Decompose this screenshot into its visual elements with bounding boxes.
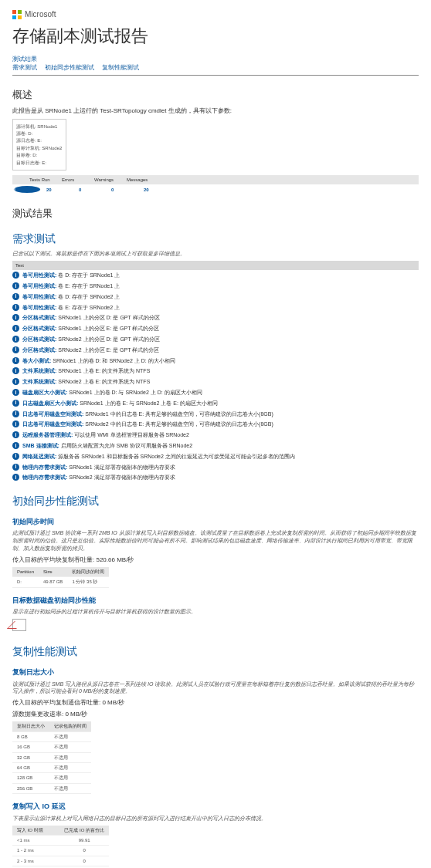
test-desc: SRNode1 上的分区 D: 是 GPT 样式的分区 (58, 315, 159, 320)
test-row: i分区格式测试: SRNode2 上的分区 E: 是 GPT 样式的分区 (12, 345, 419, 356)
table-row: 16 GB不适用 (12, 742, 91, 752)
test-link[interactable]: 卷可用性测试: (22, 305, 56, 310)
test-link[interactable]: 卷可用性测试: (22, 272, 56, 278)
td: 49.87 GB (39, 577, 67, 587)
req-heading: 需求测试 (12, 231, 419, 247)
table-row: 64 GB不适用 (12, 763, 91, 773)
test-link[interactable]: 远程服务器管理测试: (22, 432, 73, 437)
test-row: i分区格式测试: SRNode2 上的分区 D: 是 GPT 样式的分区 (12, 334, 419, 345)
test-link[interactable]: 网络延迟测试: (22, 454, 56, 459)
test-row: i分区格式测试: SRNode1 上的分区 E: 是 GPT 样式的分区 (12, 323, 419, 334)
test-link[interactable]: 文件系统测试: (22, 368, 56, 373)
repl-heading: 复制性能测试 (12, 644, 419, 660)
summary-v: 20 (46, 187, 73, 193)
td: 2 - 3 ms (12, 856, 59, 866)
repl-sub-logsize: 复制日志大小 (12, 667, 419, 677)
test-link[interactable]: 磁盘扇区大小测试: (22, 390, 67, 395)
test-row: i分区格式测试: SRNode1 上的分区 D: 是 GPT 样式的分区 (12, 312, 419, 323)
repl-note-logsize: 该测试预计通过 SMB 写入路径从源日志卷在一系列连续 IO 读取块。此测试人员… (12, 681, 419, 696)
repl-sub-io: 复制写入 IO 延迟 (12, 802, 419, 812)
info-icon: i (12, 357, 19, 364)
nav-link-results[interactable]: 测试结果 (12, 56, 37, 62)
test-desc: 卷 E: 存在于 SRNode1 上 (58, 283, 120, 289)
test-desc: 源服务器 SRNode1 和目标服务器 SRNode2 之间的往返延迟为可接受延… (58, 454, 294, 459)
logsize-table: 复制日志大小 记录包装的时间 8 GB不适用16 GB不适用32 GB不适用64… (12, 721, 91, 794)
summary-h: Warnings (94, 177, 120, 183)
summary-table: Tests Run Errors Warnings Messages i 20 … (12, 175, 419, 194)
test-link[interactable]: 物理内存需求测试: (22, 475, 67, 480)
info-icon: i (12, 410, 19, 417)
info-icon: i (12, 400, 19, 407)
info-icon: i (12, 272, 19, 279)
test-link[interactable]: 日志磁盘扇区大小测试: (22, 400, 78, 406)
test-row: i卷可用性测试: 卷 E: 存在于 SRNode1 上 (12, 281, 419, 292)
req-note: 已尝试以下测试。将鼠标悬停在下面的各项测试上可获取更多详细信息。 (12, 250, 419, 258)
td: 不适用 (49, 783, 91, 793)
test-link[interactable]: SMB 连接测试: (22, 443, 59, 448)
params-box: 源计算机: SRNode1 源卷: D: 源日志卷: E: 目标计算机: SRN… (12, 119, 66, 171)
info-icon: i (12, 282, 19, 289)
test-row: i磁盘扇区大小测试: SRNode1 上的卷 D: 与 SRNode2 上 D:… (12, 387, 419, 398)
table-row: 1 - 2 ms0 (12, 846, 109, 856)
test-link[interactable]: 卷大小测试: (22, 358, 51, 363)
td: 不适用 (49, 742, 91, 752)
td: 不适用 (49, 731, 91, 741)
test-link[interactable]: 分区格式测试: (22, 336, 56, 342)
brand-name: Microsoft (25, 9, 56, 20)
test-link[interactable]: 物理内存需求测试: (22, 464, 67, 470)
test-desc: SRNode2 中的日志卷 E: 具有足够的磁盘空间，可容纳建议的日志卷大小(8… (85, 421, 273, 427)
test-desc: 卷 D: 存在于 SRNode1 上 (58, 272, 120, 278)
nav-link-req[interactable]: 需求测试 (12, 64, 37, 71)
table-row: 2 - 3 ms0 (12, 856, 109, 866)
divider (12, 75, 419, 76)
test-desc: 卷 E: 存在于 SRNode2 上 (58, 305, 120, 310)
repl-line1: 传入目标的平均复制通信吞吐量: 0 MB/秒 (12, 698, 419, 707)
info-icon: i (12, 314, 19, 321)
test-desc: SRNode1 上的卷 D: 与 SRNode2 上 D: 的扇区大小相同 (69, 390, 202, 395)
param-row: 目标日志卷: E: (16, 160, 63, 166)
info-icon: i (12, 325, 19, 332)
th: 初始同步的时间 (67, 567, 109, 577)
td: 不适用 (49, 763, 91, 773)
td: 8 GB (12, 731, 49, 741)
test-desc: SRNode1 上卷 E: 的文件系统为 NTFS (58, 368, 150, 373)
test-desc: SRNode2 上的分区 E: 是 GPT 样式的分区 (58, 347, 159, 353)
chart-placeholder-icon (12, 619, 26, 631)
summary-v: 0 (79, 187, 105, 193)
td: 1 - 2 ms (12, 846, 59, 856)
summary-h: Tests Run (29, 177, 56, 183)
nav: 测试结果 需求测试 初始同步性能测试 复制性能测试 (12, 55, 419, 72)
test-row: i日志卷可用磁盘空间测试: SRNode1 中的日志卷 E: 具有足够的磁盘空间… (12, 409, 419, 420)
th: 写入 IO 时限 (12, 826, 59, 836)
test-link[interactable]: 分区格式测试: (22, 347, 56, 353)
test-link[interactable]: 卷可用性测试: (22, 294, 56, 299)
page-title: 存储副本测试报告 (12, 25, 419, 49)
test-link[interactable]: 文件系统测试: (22, 379, 56, 384)
test-link[interactable]: 分区格式测试: (22, 326, 56, 331)
info-icon: i (12, 346, 19, 353)
test-link[interactable]: 分区格式测试: (22, 315, 56, 320)
nav-link-init[interactable]: 初始同步性能测试 (45, 64, 94, 71)
test-link[interactable]: 日志卷可用磁盘空间测试: (22, 411, 83, 417)
td: <1 ms (12, 835, 59, 845)
init-table: Partition Size 初始同步的时间 D: 49.87 GB 1 分钟 … (12, 567, 109, 588)
test-row: i卷可用性测试: 卷 E: 存在于 SRNode2 上 (12, 302, 419, 313)
test-desc: 可以使用 WMI 单选框管理目标服务器 SRNode2 (74, 432, 189, 437)
th: Size (39, 567, 67, 577)
param-row: 源计算机: SRNode1 (16, 123, 63, 130)
overview-heading: 概述 (12, 88, 419, 102)
param-row: 源日志卷: E: (16, 137, 63, 144)
param-row: 目标卷: D: (16, 152, 63, 158)
summary-v: 0 (111, 187, 137, 193)
info-icon: i (12, 420, 19, 427)
test-desc: 启用防火墙配置为允许 SMB 协议可用服务器 SRNode2 (61, 443, 192, 448)
repl-note-io: 下表显示出源计算机上对写入网络日志的目标日志的所有源到写入进行结束开出中的写入日… (12, 815, 419, 822)
req-th: Test (12, 261, 419, 270)
test-link[interactable]: 日志卷可用磁盘空间测试: (22, 421, 83, 427)
info-icon: i (12, 293, 19, 300)
test-desc: SRNode2 上的分区 D: 是 GPT 样式的分区 (58, 336, 159, 342)
nav-link-repl[interactable]: 复制性能测试 (102, 64, 139, 71)
info-icon: i (12, 389, 19, 396)
test-link[interactable]: 卷可用性测试: (22, 283, 56, 289)
test-row: i远程服务器管理测试: 可以使用 WMI 单选框管理目标服务器 SRNode2 (12, 430, 419, 441)
